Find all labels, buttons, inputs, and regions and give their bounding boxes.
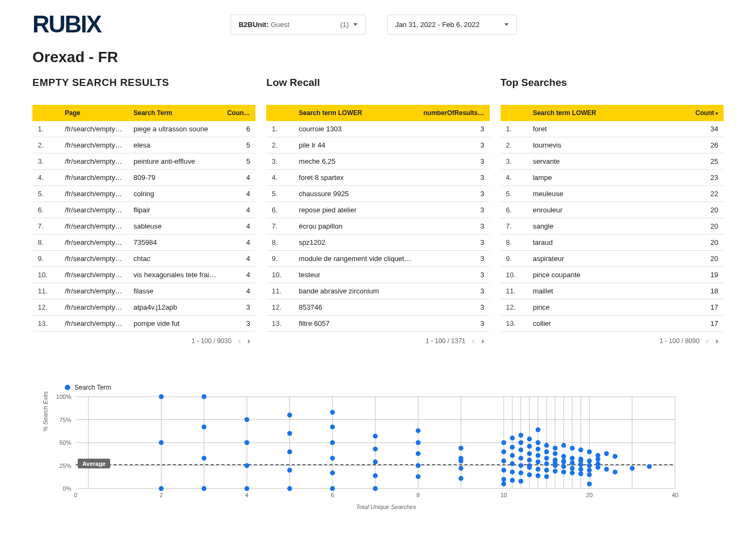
row-count: 3 — [418, 153, 490, 170]
table-row[interactable]: 12.8537463 — [266, 299, 489, 316]
svg-point-59 — [330, 410, 335, 414]
row-index: 4. — [501, 170, 528, 186]
table-row[interactable]: 1./fr/search/empty-res…piege a ultrasson… — [32, 121, 255, 137]
svg-point-123 — [553, 469, 558, 473]
table-row[interactable]: 5./fr/search/empty-res…colring4 — [32, 186, 255, 202]
table-row[interactable]: 4.foret 8 spartex3 — [266, 170, 489, 186]
scatter-plot[interactable]: 0%25%50%75%100%02468102040Average — [49, 393, 686, 501]
next-page-button[interactable]: › — [716, 336, 718, 346]
col-number-of-results[interactable]: numberOfResults… — [418, 105, 490, 121]
prev-page-button[interactable]: ‹ — [472, 336, 475, 346]
row-index: 13. — [266, 316, 293, 332]
col-search-term-lower[interactable]: Search term LOWER — [528, 105, 690, 121]
col-index[interactable] — [501, 105, 528, 121]
svg-point-71 — [416, 440, 421, 445]
table-row[interactable]: 2.pile lr 443 — [266, 137, 489, 153]
x-axis-label: Total Unique Searches — [49, 504, 724, 510]
col-count[interactable]: Coun… — [222, 105, 256, 121]
prev-page-button[interactable]: ‹ — [238, 336, 241, 346]
table-row[interactable]: 6.enrouleur20 — [501, 202, 724, 218]
svg-point-129 — [561, 470, 566, 474]
table-row[interactable]: 8./fr/search/empty-res…7359844 — [32, 235, 255, 251]
svg-text:0: 0 — [74, 492, 77, 498]
svg-point-72 — [416, 451, 421, 456]
svg-point-120 — [553, 451, 558, 456]
svg-point-45 — [159, 486, 164, 491]
pager-range: 1 - 100 / 8090 — [659, 337, 699, 345]
table-row[interactable]: 3.servante25 — [501, 153, 724, 170]
table-row[interactable]: 7./fr/search/empty-res…sableuse4 — [32, 218, 255, 235]
svg-point-130 — [561, 459, 566, 464]
table-row[interactable]: 4./fr/search/empty-res…809-794 — [32, 170, 255, 186]
table-row[interactable]: 1.courroie 13033 — [266, 121, 489, 137]
row-term: sableuse — [128, 218, 221, 235]
next-page-button[interactable]: › — [481, 336, 484, 346]
table-row[interactable]: 7.sangle20 — [501, 218, 724, 235]
table-row[interactable]: 13.filtre 60573 — [266, 316, 489, 332]
row-page: /fr/search/empty-res… — [59, 202, 128, 218]
prev-page-button[interactable]: ‹ — [706, 336, 708, 346]
svg-point-63 — [330, 471, 335, 476]
row-term: module de rangement vide cliquet 1/2 — [293, 251, 418, 267]
svg-point-107 — [536, 440, 541, 445]
row-index: 5. — [501, 186, 528, 202]
row-term: maillet — [528, 283, 690, 299]
svg-point-106 — [536, 427, 541, 432]
table-row[interactable]: 8.spz12023 — [266, 235, 489, 251]
table-row[interactable]: 10.pince coupante19 — [501, 267, 724, 283]
table-row[interactable]: 6./fr/search/empty-res…flipair4 — [32, 202, 255, 218]
table-row[interactable]: 3./fr/search/empty-res…peinture anti-eff… — [32, 153, 255, 170]
table-row[interactable]: 10.testeur3 — [266, 267, 489, 283]
svg-point-144 — [587, 468, 592, 473]
table-row[interactable]: 4.lampe23 — [501, 170, 724, 186]
svg-point-48 — [201, 456, 206, 460]
table-row[interactable]: 9./fr/search/empty-res…chtac4 — [32, 251, 255, 267]
svg-point-57 — [287, 468, 292, 473]
table-row[interactable]: 1.foret34 — [501, 121, 724, 137]
row-index: 5. — [32, 186, 59, 202]
col-index[interactable] — [32, 105, 59, 121]
col-index[interactable] — [266, 105, 293, 121]
svg-point-83 — [501, 468, 506, 473]
row-count: 4 — [222, 267, 256, 283]
table-row[interactable]: 8.taraud20 — [501, 235, 724, 251]
table-row[interactable]: 6.repose pied atelier3 — [266, 202, 489, 218]
svg-point-108 — [536, 446, 541, 451]
table-row[interactable]: 12.pince17 — [501, 299, 724, 316]
row-index: 10. — [266, 267, 293, 283]
svg-point-152 — [604, 451, 609, 456]
svg-point-54 — [287, 413, 292, 418]
pager-range: 1 - 100 / 9030 — [192, 337, 232, 345]
svg-point-141 — [578, 459, 583, 464]
table-top: Search term LOWER Count 1.foret342.tourn… — [501, 105, 724, 332]
table-row[interactable]: 9.aspirateur20 — [501, 251, 724, 267]
date-range-selector[interactable]: Jan 31, 2022 - Feb 6, 2022 — [387, 15, 517, 35]
table-row[interactable]: 11./fr/search/empty-res…filasse4 — [32, 283, 255, 299]
table-row[interactable]: 11.bande abrasive zirconium3 — [266, 283, 489, 299]
table-row[interactable]: 5.chaussure 99253 — [266, 186, 489, 202]
table-row[interactable]: 11.maillet18 — [501, 283, 724, 299]
table-row[interactable]: 9.module de rangement vide cliquet 1/23 — [266, 251, 489, 267]
table-row[interactable]: 3.meche 6,253 — [266, 153, 489, 170]
table-row[interactable]: 12./fr/search/empty-res…atpa4v.j12apb3 — [32, 299, 255, 316]
table-row[interactable]: 13./fr/search/empty-res…pompe vide fut3 — [32, 316, 255, 332]
next-page-button[interactable]: › — [247, 336, 250, 346]
row-index: 2. — [266, 137, 293, 153]
legend-label: Search Term — [75, 384, 111, 391]
table-row[interactable]: 7.écrou papillon3 — [266, 218, 489, 235]
col-count[interactable]: Count — [690, 105, 724, 121]
table-row[interactable]: 2./fr/search/empty-res…elesa5 — [32, 137, 255, 153]
legend-dot-icon — [65, 385, 70, 390]
scatter-chart-area: Search Term % Search Exits 0%25%50%75%10… — [32, 384, 724, 510]
b2bunit-selector[interactable]: B2BUnit: Guest (1) — [231, 15, 366, 35]
table-row[interactable]: 13.collier17 — [501, 316, 724, 332]
col-page[interactable]: Page — [59, 105, 128, 121]
row-term: meche 6,25 — [293, 153, 418, 170]
col-search-term-lower[interactable]: Search term LOWER — [293, 105, 418, 121]
table-row[interactable]: 10./fr/search/empty-res…vis hexagonales … — [32, 267, 255, 283]
svg-point-155 — [613, 454, 618, 459]
col-search-term[interactable]: Search Term — [128, 105, 221, 121]
row-index: 8. — [501, 235, 528, 251]
table-row[interactable]: 5.meuleuse22 — [501, 186, 724, 202]
table-row[interactable]: 2.tournevis26 — [501, 137, 724, 153]
